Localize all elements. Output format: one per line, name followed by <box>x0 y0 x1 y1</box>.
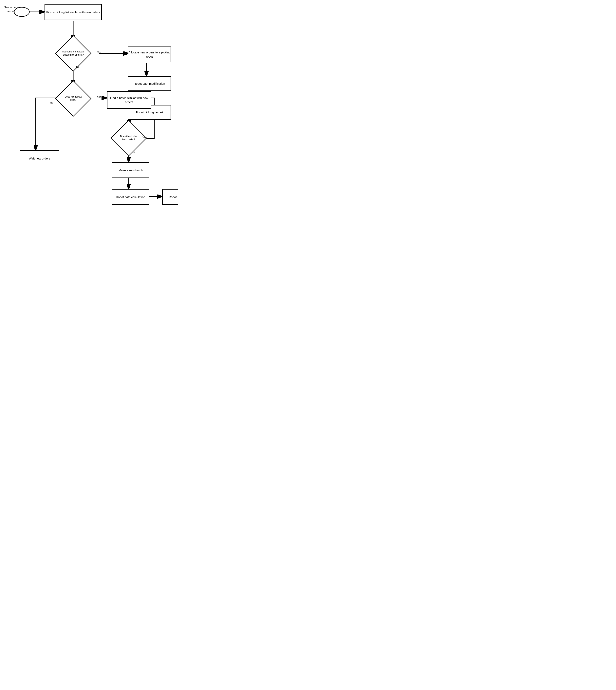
intervene-no-label: No <box>76 65 80 69</box>
make-new-batch-box: Make a new batch <box>112 162 149 178</box>
robot-picking-start-label: Robot picking start <box>169 195 178 199</box>
find-batch-label: Find a batch similar with new orders <box>107 96 151 104</box>
find-picking-list-box: Find a picking list similar with new ord… <box>45 4 102 20</box>
make-new-batch-label: Make a new batch <box>118 168 143 172</box>
robot-path-calculation-label: Robot path calculation <box>116 195 145 199</box>
intervene-yes-label: Yes <box>97 50 101 54</box>
find-batch-box: Find a batch similar with new orders <box>107 91 151 109</box>
intervene-diamond-shape <box>55 35 91 72</box>
allocate-new-orders-box: Allocate new orders to a picking robot <box>128 46 171 62</box>
robot-picking-start-box: Robot picking start <box>162 189 178 205</box>
allocate-new-orders-label: Allocate new orders to a picking robot <box>128 50 171 59</box>
idle-robots-diamond: Does idle robots exist? <box>54 85 92 112</box>
similar-no-label: No <box>132 150 135 154</box>
idle-yes-label: Yes <box>97 95 101 99</box>
idle-no-label: No <box>50 101 53 105</box>
wait-new-orders-label: Wait new orders <box>29 156 50 160</box>
wait-new-orders-box: Wait new orders <box>20 150 59 166</box>
idle-robots-diamond-shape <box>55 80 91 117</box>
robot-path-calculation-box: Robot path calculation <box>112 189 149 205</box>
similar-batch-diamond: Does the similar batch exist? <box>110 124 148 152</box>
robot-path-modification-box: Robot path modification <box>128 76 171 91</box>
similar-batch-diamond-shape <box>110 120 147 156</box>
flowchart-diagram: New orders arrive Find a picking list si… <box>0 0 178 208</box>
robot-picking-restart-label: Robot picking restart <box>136 110 163 114</box>
similar-yes-label: Yes <box>142 136 147 139</box>
new-orders-circle <box>14 7 30 17</box>
intervene-diamond: Intervene and update existing picking li… <box>54 40 92 67</box>
robot-path-modification-label: Robot path modification <box>134 82 165 86</box>
find-picking-list-label: Find a picking list similar with new ord… <box>46 10 100 14</box>
